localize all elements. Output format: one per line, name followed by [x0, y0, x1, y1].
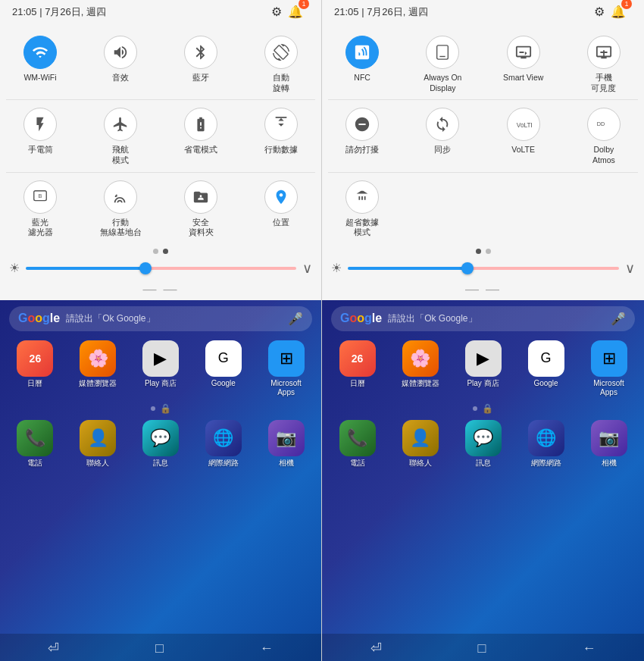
app-cam-left[interactable]: 📷 相機 — [257, 420, 315, 468]
qs-dnd[interactable]: 請勿打擾 — [322, 100, 402, 171]
app-google-right[interactable]: G Google — [517, 340, 575, 397]
pagination-left — [0, 244, 321, 257]
qs-mobiledata[interactable]: 行動數據 — [241, 100, 321, 171]
mic-icon-left[interactable]: 🎤 — [288, 312, 303, 326]
msg-icon: 💬 — [142, 420, 179, 456]
back-btn-left[interactable]: ← — [260, 641, 274, 656]
notification-icon-left[interactable]: 🔔1 — [288, 5, 309, 19]
app-play-left[interactable]: ▶ Play 商店 — [132, 340, 190, 397]
qs-bluetooth[interactable]: 藍牙 — [161, 28, 241, 99]
ultrasave-icon-wrap — [345, 180, 379, 214]
app-grid-row2-left: 📞 電話 👤 聯絡人 💬 訊息 🌐 網際網路 📷 相機 — [0, 417, 321, 471]
svg-text:VoLTE: VoLTE — [516, 122, 531, 129]
back-btn-right[interactable]: ← — [582, 641, 596, 656]
dnd-icon-wrap — [345, 108, 379, 141]
app-grid-row1-right: 26 日曆 🌸 媒體瀏覽器 ▶ Play 商店 G Google ⊞ Micro… — [322, 337, 644, 400]
mic-icon-right[interactable]: 🎤 — [611, 312, 626, 326]
recents-btn-right[interactable]: ⏎ — [370, 640, 382, 656]
ms-icon-right: ⊞ — [591, 340, 627, 377]
qs-alwayson[interactable]: Always OnDisplay — [402, 28, 483, 99]
app-msg-left[interactable]: 💬 訊息 — [132, 420, 190, 468]
recents-btn-left[interactable]: ⏎ — [48, 640, 59, 656]
expand-icon-right[interactable]: ∨ — [625, 260, 635, 277]
search-bar-right[interactable]: Google 請說出「Ok Google」 🎤 — [331, 306, 635, 331]
qs-bluelight-label: 藍光濾光器 — [28, 218, 53, 238]
home-btn-left[interactable]: □ — [155, 641, 164, 656]
qs-securefolder[interactable]: 安全資料夾 — [161, 173, 241, 244]
handle-bar-left: — — — [0, 278, 321, 300]
qs-sound[interactable]: 音效 — [80, 28, 161, 99]
app-phone-right[interactable]: 📞 電話 — [328, 420, 386, 468]
app-contact-left[interactable]: 👤 聯絡人 — [69, 420, 127, 468]
qs-mobiledata-label: 行動數據 — [264, 145, 298, 155]
nfc-icon-wrap — [345, 36, 379, 69]
app-ms-right[interactable]: ⊞ Microsoft Apps — [580, 340, 638, 397]
app-phone-left[interactable]: 📞 電話 — [6, 420, 64, 468]
powersave-icon-wrap — [184, 108, 217, 141]
qs-rotate-label: 自動旋轉 — [273, 73, 289, 93]
app-google-left[interactable]: G Google — [194, 340, 252, 397]
cam-label: 相機 — [279, 459, 294, 468]
dot1-left[interactable] — [153, 249, 158, 254]
google-icon: G — [205, 340, 242, 377]
lock-dot-left: 🔒 — [160, 403, 171, 414]
qs-volte[interactable]: VoLTE VoLTE — [483, 100, 564, 171]
quick-settings-left: WM-WiFi 音效 藍牙 自動旋轉 — [0, 23, 321, 244]
pagination-right — [322, 244, 644, 257]
dot1-right[interactable] — [476, 249, 481, 254]
expand-icon-left[interactable]: ∨ — [302, 260, 312, 277]
app-net-left[interactable]: 🌐 網際網路 — [194, 420, 252, 468]
settings-icon-left[interactable]: ⚙ — [271, 5, 282, 19]
app-play-right[interactable]: ▶ Play 商店 — [454, 340, 512, 397]
qs-dolby[interactable]: DD DolbyAtmos — [564, 100, 644, 171]
app-cam-right[interactable]: 📷 相機 — [580, 420, 638, 468]
contact-label-right: 聯絡人 — [409, 459, 432, 468]
app-net-right[interactable]: 🌐 網際網路 — [517, 420, 575, 468]
media-label-right: 媒體瀏覽器 — [402, 379, 439, 388]
dot2-left[interactable] — [163, 249, 168, 254]
qs-sync-label: 同步 — [434, 145, 451, 155]
qs-smartview[interactable]: Smart View — [483, 28, 564, 99]
msg-icon-right: 💬 — [465, 420, 502, 456]
brightness-low-icon: ☀ — [9, 261, 20, 275]
qs-location[interactable]: 位置 — [241, 173, 321, 244]
qs-nfc[interactable]: NFC — [322, 28, 402, 99]
search-bar-left[interactable]: Google 請說出「Ok Google」 🎤 — [9, 306, 312, 331]
app-contact-right[interactable]: 👤 聯絡人 — [391, 420, 449, 468]
notification-icon-right[interactable]: 🔔1 — [611, 5, 632, 19]
app-ms-left[interactable]: ⊞ Microsoft Apps — [257, 340, 315, 397]
qs-powersave[interactable]: 省電模式 — [161, 100, 241, 171]
app-calendar-right[interactable]: 26 日曆 — [328, 340, 386, 397]
page-dot1-left — [151, 406, 155, 411]
status-icons-left: ⚙ 🔔1 — [271, 5, 309, 19]
google-label-right: Google — [533, 379, 558, 388]
qs-securefolder-label: 安全資料夾 — [189, 218, 214, 238]
brightness-slider-left[interactable] — [26, 267, 296, 270]
net-icon-right: 🌐 — [528, 420, 564, 456]
qs-wifi[interactable]: WM-WiFi — [0, 28, 80, 99]
time-right: 21:05 | 7月26日, 週四 — [334, 5, 428, 19]
app-media-right[interactable]: 🌸 媒體瀏覽器 — [391, 340, 449, 397]
qs-hotspot[interactable]: 行動無線基地台 — [80, 173, 161, 244]
qs-sync[interactable]: 同步 — [402, 100, 483, 171]
qs-airplane[interactable]: 飛航模式 — [80, 100, 161, 171]
qs-bluelight[interactable]: B 藍光濾光器 — [0, 173, 80, 244]
brightness-thumb-left[interactable] — [139, 262, 152, 274]
qs-rotate[interactable]: 自動旋轉 — [241, 28, 321, 99]
dot2-right[interactable] — [486, 249, 491, 254]
qs-flashlight[interactable]: 手電筒 — [0, 100, 80, 171]
phone-label: 電話 — [27, 459, 42, 468]
settings-icon-right[interactable]: ⚙ — [594, 5, 605, 19]
brightness-slider-right[interactable] — [348, 267, 619, 270]
calendar-label: 日曆 — [27, 379, 42, 388]
qs-visibility[interactable]: 手機可見度 — [564, 28, 644, 99]
qs-ultrasave[interactable]: 超省數據模式 — [322, 173, 402, 244]
app-calendar-left[interactable]: 26 日曆 — [6, 340, 64, 397]
cam-icon-right: 📷 — [591, 420, 627, 456]
app-msg-right[interactable]: 💬 訊息 — [454, 420, 512, 468]
home-btn-right[interactable]: □ — [478, 641, 486, 656]
nav-bar-left: ⏎ □ ← — [0, 634, 321, 661]
phone-icon: 📞 — [17, 420, 53, 456]
app-media-left[interactable]: 🌸 媒體瀏覽器 — [69, 340, 127, 397]
brightness-thumb-right[interactable] — [461, 262, 474, 274]
